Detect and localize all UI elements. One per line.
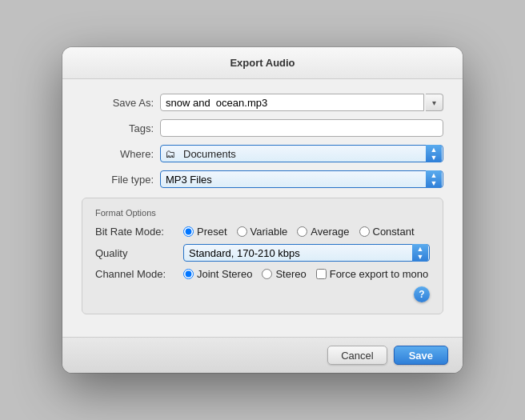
cancel-button[interactable]: Cancel — [327, 346, 387, 365]
dialog-body: Save As: ▾ Tags: Where: 🗂 Documents — [62, 79, 463, 337]
radio-variable-input[interactable] — [237, 226, 247, 237]
file-type-wrapper: MP3 Files ▲▼ — [160, 170, 443, 188]
question-mark-icon: ? — [419, 289, 424, 300]
force-export-label: Force export to mono — [330, 268, 429, 280]
file-type-select[interactable]: MP3 Files — [160, 170, 443, 188]
format-options-label: Format Options — [95, 208, 430, 218]
save-as-label: Save As: — [82, 97, 154, 109]
save-button[interactable]: Save — [394, 346, 448, 365]
where-row: Where: 🗂 Documents ▲▼ — [82, 145, 443, 162]
radio-constant-label: Constant — [373, 226, 415, 238]
where-select[interactable]: Documents — [160, 145, 443, 162]
bit-rate-row: Bit Rate Mode: Preset Variable Average — [95, 226, 430, 238]
force-export-checkbox[interactable] — [316, 269, 327, 279]
dialog-title-bar: Export Audio — [62, 47, 463, 79]
tags-row: Tags: — [82, 119, 443, 137]
radio-average[interactable]: Average — [297, 226, 349, 238]
help-row: ? — [95, 286, 430, 302]
quality-wrapper: Standard, 170-210 kbps ▲▼ — [183, 244, 430, 262]
chevron-down-icon: ▾ — [432, 98, 436, 107]
radio-preset-input[interactable] — [183, 226, 194, 237]
file-type-row: File type: MP3 Files ▲▼ — [82, 170, 443, 188]
radio-joint-stereo-input[interactable] — [183, 269, 194, 279]
radio-joint-stereo-label: Joint Stereo — [197, 268, 252, 280]
radio-variable-label: Variable — [250, 226, 288, 238]
radio-average-label: Average — [311, 226, 349, 238]
save-as-row: Save As: ▾ — [82, 94, 443, 111]
radio-stereo-input[interactable] — [262, 269, 272, 279]
radio-constant-input[interactable] — [359, 226, 370, 237]
tags-input[interactable] — [160, 119, 443, 137]
radio-variable[interactable]: Variable — [237, 226, 288, 238]
force-export-checkbox-label[interactable]: Force export to mono — [316, 268, 429, 280]
where-label: Where: — [82, 148, 154, 160]
save-as-wrapper: ▾ — [160, 94, 443, 111]
save-as-input[interactable] — [160, 94, 424, 111]
where-wrapper: 🗂 Documents ▲▼ — [160, 145, 443, 162]
radio-joint-stereo[interactable]: Joint Stereo — [183, 268, 252, 280]
radio-average-input[interactable] — [297, 226, 307, 237]
dialog-title: Export Audio — [230, 57, 295, 69]
radio-preset-label: Preset — [197, 226, 227, 238]
dialog-footer: Cancel Save — [62, 337, 463, 373]
save-as-dropdown-button[interactable]: ▾ — [426, 94, 443, 111]
radio-preset[interactable]: Preset — [183, 226, 227, 238]
channel-mode-radio-group: Joint Stereo Stereo Force export to mono — [183, 268, 428, 280]
format-options-section: Format Options Bit Rate Mode: Preset Var… — [82, 198, 443, 314]
export-audio-dialog: Export Audio Save As: ▾ Tags: Where: 🗂 — [62, 47, 463, 373]
tags-label: Tags: — [82, 122, 154, 134]
quality-label: Quality — [95, 247, 183, 259]
radio-stereo[interactable]: Stereo — [262, 268, 306, 280]
radio-stereo-label: Stereo — [275, 268, 306, 280]
quality-select[interactable]: Standard, 170-210 kbps — [183, 244, 430, 262]
help-button[interactable]: ? — [414, 286, 430, 302]
radio-constant[interactable]: Constant — [359, 226, 415, 238]
file-type-label: File type: — [82, 174, 154, 186]
channel-mode-label: Channel Mode: — [95, 268, 183, 280]
bit-rate-radio-group: Preset Variable Average Constant — [183, 226, 415, 238]
channel-mode-row: Channel Mode: Joint Stereo Stereo Force … — [95, 268, 430, 280]
quality-row: Quality Standard, 170-210 kbps ▲▼ — [95, 244, 430, 262]
bit-rate-label: Bit Rate Mode: — [95, 226, 183, 238]
